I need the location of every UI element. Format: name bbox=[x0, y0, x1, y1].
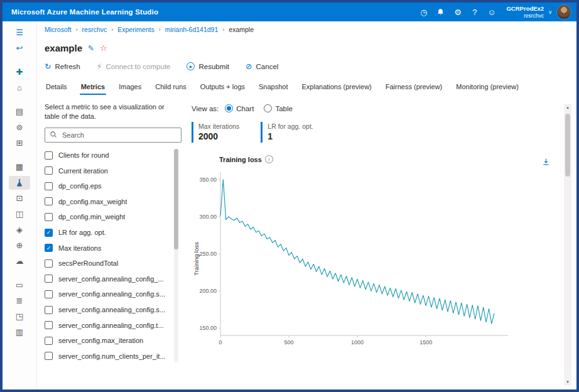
account-info[interactable]: GCRProdEx2 resrchvc bbox=[506, 5, 544, 19]
visualization-panel: View as: ChartTable Max iterations2000LR… bbox=[181, 102, 571, 389]
notifications-icon[interactable] bbox=[432, 3, 449, 21]
checkbox[interactable] bbox=[45, 213, 53, 221]
checkbox[interactable] bbox=[45, 275, 53, 283]
sidebar-item-home[interactable]: ⌂ bbox=[9, 81, 30, 95]
sidebar-item-pipelines[interactable]: ◫ bbox=[9, 207, 30, 221]
edit-pencil-icon[interactable]: ✎ bbox=[88, 44, 94, 53]
metric-row-server-config-annealing-config-s[interactable]: server_config.annealing_config.s... bbox=[45, 286, 170, 302]
sidebar-item-environments[interactable]: ☁ bbox=[9, 254, 30, 268]
svg-text:1000: 1000 bbox=[351, 339, 364, 346]
sidebar-item-components[interactable]: ⊡ bbox=[9, 192, 30, 205]
sidebar-item-datasets[interactable]: ▦ bbox=[9, 160, 30, 174]
tab-fairness-preview[interactable]: Fairness (preview) bbox=[384, 80, 443, 95]
checkbox[interactable] bbox=[45, 182, 53, 190]
checkbox[interactable] bbox=[45, 151, 53, 160]
tab-bar: DetailsMetricsImagesChild runsOutputs + … bbox=[45, 80, 571, 95]
linked-services-icon: ▥ bbox=[16, 328, 23, 336]
breadcrumb: Microsoft›resrchvc›Experiments›mirianh-6… bbox=[37, 21, 576, 38]
sidebar-item-datastores[interactable]: ≣ bbox=[9, 294, 30, 308]
metric-row-server-config-max-iteration[interactable]: server_config.max_iteration bbox=[45, 333, 170, 349]
metric-row-lr-for-agg-opt[interactable]: ✓LR for agg. opt. bbox=[45, 225, 170, 241]
sidebar-item-models[interactable]: ◈ bbox=[9, 223, 30, 237]
metric-row-dp-config-max-weight[interactable]: dp_config.max_weight bbox=[45, 194, 170, 210]
home-icon: ⌂ bbox=[17, 84, 22, 92]
sidebar-item-designer[interactable]: ⊞ bbox=[9, 136, 30, 150]
sidebar-item-notebooks[interactable]: ▤ bbox=[9, 105, 30, 119]
settings-icon[interactable]: ⚙ bbox=[449, 3, 466, 21]
tab-metrics[interactable]: Metrics bbox=[80, 80, 107, 95]
download-icon[interactable] bbox=[542, 158, 550, 166]
sidebar-item-collapse[interactable]: ↩ bbox=[9, 41, 30, 55]
card-label: Max iterations bbox=[198, 122, 239, 130]
metric-row-current-iteration[interactable]: Current iteration bbox=[45, 163, 170, 178]
refresh-button[interactable]: ↻Refresh bbox=[45, 62, 80, 71]
favorite-star-icon[interactable]: ☆ bbox=[100, 43, 107, 53]
history-icon[interactable]: ◷ bbox=[415, 3, 432, 21]
help-icon[interactable]: ? bbox=[466, 3, 483, 21]
sidebar-item-automated-ml[interactable]: ⊚ bbox=[9, 121, 30, 134]
compute-icon: ▭ bbox=[16, 281, 23, 289]
scrollbar-thumb[interactable] bbox=[565, 114, 570, 177]
checkbox[interactable] bbox=[45, 197, 53, 205]
metric-row-server-config-annealing-config[interactable]: server_config.annealing_config_... bbox=[45, 271, 170, 287]
metric-card-lr-for-agg-opt: LR for agg. opt.1 bbox=[261, 122, 320, 143]
connect-to-compute-button[interactable]: ⚡Connect to compute bbox=[97, 62, 171, 71]
search-input[interactable] bbox=[61, 131, 176, 139]
tab-details[interactable]: Details bbox=[45, 80, 68, 95]
checkbox[interactable]: ✓ bbox=[45, 229, 53, 237]
radio-chart[interactable]: Chart bbox=[225, 104, 254, 112]
sidebar-item-data-labeling[interactable]: ◳ bbox=[9, 310, 30, 324]
metric-row-secsperroundtotal[interactable]: secsPerRoundTotal bbox=[45, 256, 170, 271]
sidebar-item-new[interactable]: ✚ bbox=[9, 65, 30, 79]
sidebar-item-compute[interactable]: ▭ bbox=[9, 278, 30, 292]
metric-list-scrollbar[interactable] bbox=[174, 149, 178, 362]
account-workspace: resrchvc bbox=[506, 13, 544, 19]
metric-row-server-config-annealing-config-s[interactable]: server_config.annealing_config.s... bbox=[45, 302, 170, 318]
sidebar-item-endpoints[interactable]: ⊕ bbox=[9, 239, 30, 253]
tab-images[interactable]: Images bbox=[117, 80, 143, 95]
avatar[interactable] bbox=[556, 4, 571, 19]
checkbox[interactable] bbox=[45, 352, 53, 360]
breadcrumb-item-microsoft[interactable]: Microsoft bbox=[45, 26, 72, 33]
resubmit-button[interactable]: ▶Resubmit bbox=[187, 62, 229, 70]
topbar-actions: ◷⚙?☺ GCRProdEx2 resrchvc ∨ bbox=[415, 3, 571, 21]
checkbox[interactable] bbox=[45, 306, 53, 314]
cancel-button[interactable]: ⊘Cancel bbox=[246, 62, 278, 71]
sidebar-item-experiments[interactable] bbox=[9, 176, 30, 190]
scroll-down-icon[interactable]: ▼ bbox=[566, 380, 570, 384]
scrollbar-thumb[interactable] bbox=[174, 149, 178, 249]
checkbox[interactable] bbox=[45, 166, 53, 175]
sidebar-item-menu[interactable]: ☰ bbox=[9, 26, 30, 40]
breadcrumb-item-resrchvc[interactable]: resrchvc bbox=[82, 26, 107, 33]
breadcrumb-item-experiments[interactable]: Experiments bbox=[117, 26, 154, 33]
info-icon[interactable]: i bbox=[265, 155, 273, 163]
tab-outputs-logs[interactable]: Outputs + logs bbox=[199, 80, 246, 95]
scroll-up-icon[interactable]: ▲ bbox=[566, 106, 570, 109]
tab-monitoring-preview[interactable]: Monitoring (preview) bbox=[455, 80, 520, 95]
automated-ml-icon: ⊚ bbox=[16, 123, 23, 131]
chevron-down-icon[interactable]: ∨ bbox=[548, 9, 552, 15]
radio-table[interactable]: Table bbox=[264, 104, 293, 112]
checkbox[interactable] bbox=[45, 290, 53, 298]
metric-row-dp-config-eps[interactable]: dp_config.eps bbox=[45, 178, 170, 194]
metric-row-dp-config-min-weight[interactable]: dp_config.min_weight bbox=[45, 209, 170, 225]
metric-row-clients-for-round[interactable]: Clients for round bbox=[45, 148, 170, 163]
metric-row-server-config-num-clients-per-it[interactable]: server_config.num_clients_per_it... bbox=[45, 349, 170, 364]
metric-label: Current iteration bbox=[58, 167, 108, 175]
view-as-label: View as: bbox=[192, 105, 219, 112]
checkbox[interactable] bbox=[45, 337, 53, 345]
feedback-icon[interactable]: ☺ bbox=[483, 3, 500, 21]
checkbox[interactable] bbox=[45, 321, 53, 329]
tab-child-runs[interactable]: Child runs bbox=[154, 80, 188, 95]
tab-explanations-preview[interactable]: Explanations (preview) bbox=[301, 80, 373, 95]
metric-row-server-config-annealing-config-t[interactable]: server_config.annealing_config.t... bbox=[45, 317, 170, 333]
page-scrollbar[interactable]: ▲ ▼ bbox=[564, 104, 571, 386]
metric-row-max-iterations[interactable]: ✓Max iterations bbox=[45, 240, 170, 256]
checkbox[interactable]: ✓ bbox=[45, 244, 53, 252]
sidebar-item-linked-services[interactable]: ▥ bbox=[9, 325, 30, 339]
breadcrumb-item-mirianh-6d141d91[interactable]: mirianh-6d141d91 bbox=[165, 26, 219, 33]
tab-snapshot[interactable]: Snapshot bbox=[257, 80, 289, 95]
checkbox[interactable] bbox=[45, 259, 53, 268]
metric-search-box[interactable] bbox=[45, 128, 181, 143]
command-label: Resubmit bbox=[198, 63, 229, 70]
